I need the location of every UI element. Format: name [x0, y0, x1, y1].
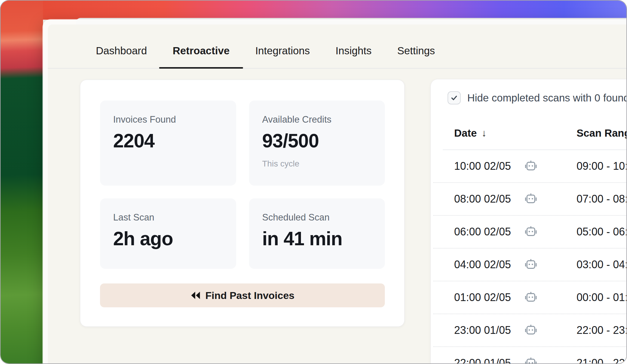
- robot-icon: [524, 192, 538, 206]
- column-header-date[interactable]: Date ↓: [454, 127, 486, 139]
- table-row[interactable]: 23:00 01/05 22:00 - 23:00: [433, 314, 627, 347]
- stat-card-last-scan: Last Scan 2h ago: [100, 198, 236, 269]
- stat-value: 93/500: [262, 130, 374, 152]
- find-past-invoices-label: Find Past Invoices: [205, 290, 295, 301]
- sort-descending-icon: ↓: [482, 127, 487, 139]
- stat-card-scheduled-scan: Scheduled Scan in 41 min: [249, 198, 385, 269]
- stat-subtext: This cycle: [262, 159, 374, 169]
- robot-icon: [524, 356, 538, 364]
- stat-label: Invoices Found: [113, 114, 225, 125]
- stats-grid: Invoices Found 2204 Available Credits 93…: [100, 101, 385, 269]
- wallpaper-top-band: [1, 1, 626, 20]
- tab-settings[interactable]: Settings: [397, 45, 435, 68]
- scan-date: 06:00 02/05: [454, 226, 511, 238]
- scans-panel: Hide completed scans with 0 found Date ↓…: [431, 79, 627, 364]
- stat-label: Scheduled Scan: [262, 212, 374, 223]
- table-row[interactable]: 22:00 01/05 21:00 - 22:00: [433, 347, 627, 364]
- scan-range: 03:00 - 04:00: [577, 258, 627, 271]
- hide-completed-label: Hide completed scans with 0 found: [467, 92, 627, 104]
- scan-date: 01:00 02/05: [454, 291, 511, 304]
- stat-label: Last Scan: [113, 212, 225, 223]
- tab-retroactive[interactable]: Retroactive: [173, 45, 230, 68]
- robot-icon: [524, 323, 538, 337]
- scan-date: 08:00 02/05: [454, 193, 511, 205]
- table-row[interactable]: 10:00 02/05 09:00 - 10:00: [433, 150, 627, 183]
- scan-range: 09:00 - 10:00: [577, 160, 627, 172]
- check-icon: [450, 94, 458, 102]
- tab-insights[interactable]: Insights: [336, 45, 372, 68]
- column-header-scan-range[interactable]: Scan Range: [577, 127, 627, 139]
- scan-date: 04:00 02/05: [454, 258, 511, 271]
- scan-range: 00:00 - 01:00: [577, 291, 627, 304]
- table-row[interactable]: 04:00 02/05 03:00 - 04:00: [433, 249, 627, 281]
- robot-icon: [524, 159, 538, 173]
- robot-icon: [524, 258, 538, 272]
- stat-value: 2204: [113, 130, 225, 152]
- scan-range: 07:00 - 08:00: [577, 193, 627, 205]
- stat-card-invoices-found: Invoices Found 2204: [100, 101, 236, 186]
- stat-label: Available Credits: [262, 114, 374, 125]
- tab-dashboard[interactable]: Dashboard: [96, 45, 147, 68]
- hide-completed-checkbox[interactable]: [448, 91, 461, 104]
- scan-date: 23:00 01/05: [454, 324, 511, 337]
- robot-icon: [524, 225, 538, 239]
- robot-icon: [524, 291, 538, 304]
- app-window: Dashboard Retroactive Integrations Insig…: [42, 19, 627, 364]
- find-past-invoices-button[interactable]: Find Past Invoices: [100, 283, 385, 307]
- scan-range: 05:00 - 06:00: [577, 226, 627, 238]
- stat-card-available-credits: Available Credits 93/500 This cycle: [249, 101, 385, 186]
- tab-integrations[interactable]: Integrations: [255, 45, 310, 68]
- table-row[interactable]: 01:00 02/05 00:00 - 01:00: [433, 281, 627, 314]
- scan-range: 21:00 - 22:00: [577, 357, 627, 364]
- scan-date: 22:00 01/05: [454, 357, 511, 364]
- table-row[interactable]: 06:00 02/05 05:00 - 06:00: [433, 216, 627, 249]
- rewind-icon: [190, 291, 201, 300]
- tab-bar: Dashboard Retroactive Integrations Insig…: [48, 24, 627, 69]
- wallpaper-left-band: [1, 1, 43, 363]
- stat-value: in 41 min: [262, 228, 374, 250]
- table-row[interactable]: 08:00 02/05 07:00 - 08:00: [433, 183, 627, 216]
- date-header-label: Date: [454, 127, 477, 139]
- stats-panel: Invoices Found 2204 Available Credits 93…: [80, 80, 405, 327]
- screenshot-frame: Dashboard Retroactive Integrations Insig…: [0, 0, 627, 364]
- filter-row: Hide completed scans with 0 found: [448, 91, 627, 104]
- scan-rows: 10:00 02/05 09:00 - 10:00 08:: [433, 150, 627, 364]
- scan-range: 22:00 - 23:00: [577, 324, 627, 337]
- app-content: Dashboard Retroactive Integrations Insig…: [48, 24, 627, 364]
- stat-value: 2h ago: [113, 228, 225, 250]
- scan-date: 10:00 02/05: [454, 160, 511, 172]
